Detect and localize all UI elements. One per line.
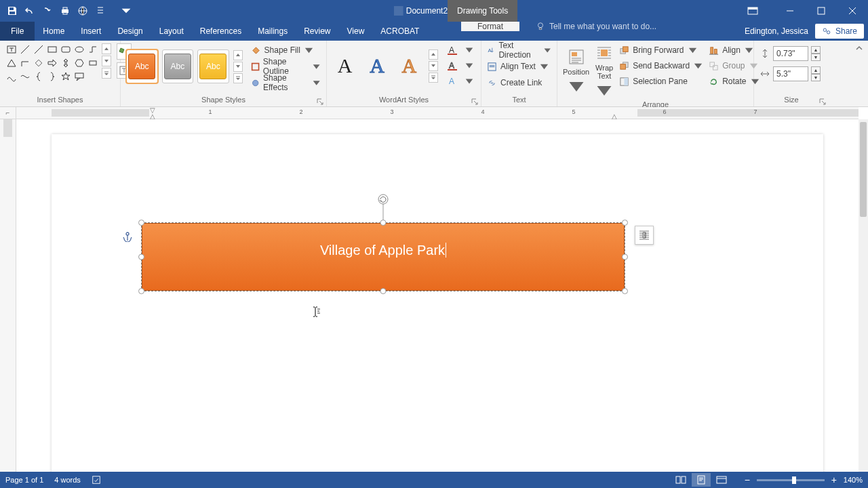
tab-file[interactable]: File <box>0 22 35 41</box>
zoom-out-button[interactable]: − <box>742 474 753 485</box>
tab-design[interactable]: Design <box>109 22 151 41</box>
wordart-more-button[interactable] <box>429 73 438 83</box>
anchor-icon[interactable] <box>122 231 133 242</box>
tab-references[interactable]: References <box>192 22 250 41</box>
height-spin-down[interactable]: ▼ <box>811 54 821 61</box>
text-direction-button[interactable]: AText Direction <box>487 43 551 57</box>
brace-right-shape-icon[interactable] <box>46 70 58 83</box>
web-layout-button[interactable] <box>712 473 731 487</box>
triangle-shape-icon[interactable] <box>5 57 18 69</box>
wordart-style-1[interactable]: A <box>332 51 357 81</box>
redo-button[interactable] <box>39 3 56 19</box>
spellcheck-icon[interactable] <box>92 475 101 485</box>
zoom-slider-thumb[interactable] <box>792 476 796 484</box>
star-shape-icon[interactable] <box>60 70 72 83</box>
hexagon-shape-icon[interactable] <box>73 57 85 69</box>
line-arrow-shape-icon[interactable] <box>33 43 45 56</box>
wordart-scroll-up-button[interactable] <box>429 49 438 60</box>
word-count[interactable]: 4 words <box>54 476 81 484</box>
arrow-updown-shape-icon[interactable] <box>60 57 72 69</box>
tab-view[interactable]: View <box>339 22 373 41</box>
shape-rectangle[interactable]: Village of Apple Park <box>142 223 625 291</box>
text-outline-button[interactable]: A <box>448 59 475 73</box>
shape-height-input[interactable]: 0.73" <box>773 46 808 61</box>
horizontal-ruler[interactable]: 1 2 3 4 5 6 7 ▽ △ △ <box>16 107 859 119</box>
page[interactable]: Village of Apple Park <box>52 134 823 472</box>
shape-text[interactable]: Village of Apple Park <box>320 243 445 258</box>
close-button[interactable] <box>837 0 868 22</box>
selection-pane-button[interactable]: Selection Pane <box>619 75 703 88</box>
collapse-ribbon-button[interactable] <box>854 43 864 53</box>
resize-handle-tl[interactable] <box>138 220 144 226</box>
align-button[interactable]: Align <box>709 43 760 57</box>
tab-format[interactable]: Format <box>461 22 519 31</box>
zoom-in-button[interactable]: + <box>829 474 840 485</box>
vertical-ruler[interactable] <box>0 119 16 472</box>
tab-review[interactable]: Review <box>296 22 338 41</box>
shape-style-gray[interactable]: Abc <box>162 49 194 83</box>
wordart-style-3[interactable]: A <box>397 51 422 81</box>
shape-fill-button[interactable]: Shape Fill <box>251 43 321 57</box>
resize-handle-b[interactable] <box>380 288 387 294</box>
scrollbar-thumb[interactable] <box>860 122 867 217</box>
email-button[interactable] <box>75 3 91 19</box>
vertical-scrollbar[interactable] <box>859 119 868 472</box>
line-shape-icon[interactable] <box>19 43 31 56</box>
wrap-text-button[interactable]: Wrap Text <box>595 43 614 100</box>
tab-mailings[interactable]: Mailings <box>250 22 296 41</box>
qat-customize-button[interactable] <box>118 3 134 19</box>
selected-shape[interactable]: Village of Apple Park <box>142 223 625 291</box>
width-spin-up[interactable]: ▲ <box>811 66 821 74</box>
resize-handle-tr[interactable] <box>622 220 628 226</box>
shapes-more-button[interactable] <box>102 68 111 79</box>
tell-me-box[interactable]: Tell me what you want to do... <box>528 22 665 31</box>
width-spin-down[interactable]: ▼ <box>811 74 821 81</box>
shape-effects-button[interactable]: Shape Effects <box>251 76 321 89</box>
diamond-shape-icon[interactable] <box>33 57 45 69</box>
read-mode-button[interactable] <box>671 473 690 487</box>
shapes-scroll-up-button[interactable] <box>102 43 111 54</box>
zoom-slider[interactable] <box>757 479 825 481</box>
text-effects-button[interactable]: A <box>448 75 475 88</box>
minimize-button[interactable] <box>774 0 806 22</box>
callout-shape-icon[interactable] <box>73 70 85 83</box>
rotate-handle[interactable] <box>377 193 389 205</box>
quick-print-button[interactable] <box>57 3 73 19</box>
zoom-percent[interactable]: 140% <box>844 476 863 484</box>
curve-shape-icon[interactable] <box>5 70 18 83</box>
connector-shape-icon[interactable] <box>87 43 99 56</box>
create-link-button[interactable]: Create Link <box>487 76 551 89</box>
user-name[interactable]: Edington, Jessica <box>745 26 812 36</box>
shape-style-yellow[interactable]: Abc <box>197 49 229 83</box>
styles-scroll-up-button[interactable] <box>233 50 243 60</box>
tab-acrobat[interactable]: ACROBAT <box>372 22 427 41</box>
resize-handle-l[interactable] <box>138 254 144 260</box>
send-backward-button[interactable]: Send Backward <box>619 59 703 73</box>
shape-style-orange[interactable]: Abc <box>126 49 158 83</box>
roundrect-shape-icon[interactable] <box>60 43 72 56</box>
wordart-style-2[interactable]: A <box>364 51 389 81</box>
shapes-scroll-down-button[interactable] <box>102 56 111 66</box>
resize-handle-r[interactable] <box>622 254 628 260</box>
ribbon-display-options-button[interactable] <box>739 0 766 22</box>
elbow-shape-icon[interactable] <box>19 57 31 69</box>
brace-left-shape-icon[interactable] <box>33 70 45 83</box>
oval-shape-icon[interactable] <box>73 43 85 56</box>
textbox-shape-icon[interactable] <box>5 43 18 56</box>
share-button[interactable]: Share <box>815 24 864 39</box>
align-text-button[interactable]: Align Text <box>487 60 551 73</box>
freeform-shape-icon[interactable] <box>19 70 31 83</box>
shape-outline-button[interactable]: Shape Outline <box>251 60 321 73</box>
rotate-button[interactable]: Rotate <box>709 75 760 88</box>
maximize-button[interactable] <box>806 0 837 22</box>
resize-handle-br[interactable] <box>622 288 628 294</box>
resize-handle-bl[interactable] <box>138 288 144 294</box>
shape-width-input[interactable]: 5.3" <box>773 66 808 81</box>
document-canvas[interactable]: Village of Apple Park <box>16 119 859 472</box>
page-indicator[interactable]: Page 1 of 1 <box>5 476 43 484</box>
layout-options-button[interactable] <box>635 226 654 245</box>
text-fill-button[interactable]: A <box>448 43 475 57</box>
ruler-corner[interactable]: ⌐ <box>0 107 16 119</box>
rect-shape-icon[interactable] <box>46 43 58 56</box>
position-button[interactable]: Position <box>563 43 589 100</box>
